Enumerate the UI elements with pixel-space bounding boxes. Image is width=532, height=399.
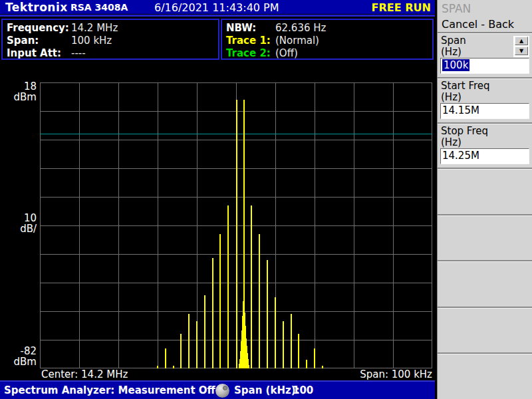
ref-level-value: 18 [0,81,37,92]
spectrum-spike [180,334,182,368]
info-value: 14.2 MHz [71,22,118,35]
knob-icon [215,384,229,398]
empty-softkey-slot [438,308,532,354]
info-value: 62.636 Hz [275,22,326,35]
trace2-label: Trace 2: [226,47,275,60]
span-spinner: ▲ ▼ [513,36,529,57]
trace1-state: (Normal) [275,35,319,47]
spectrum-spike [306,360,307,368]
scale-unit: dB/ [0,223,37,234]
spectrum-display: 18 dBm 10 dB/ -82 dBm Center: 14.2 MHz S… [0,61,435,380]
nbw-row: NBW: 62.636 Hz [222,22,432,35]
side-menu: SPAN Cancel - Back Span (Hz) ▲ ▼ 100k St… [437,0,532,399]
scale-label: 10 dB/ [0,213,37,234]
title-bar: Tektronix RSA 3408A 6/16/2021 11:43:40 P… [0,0,435,14]
spectrum-spike [227,205,229,368]
spectrum-spike [314,348,315,368]
trace2-state: (Off) [275,47,298,60]
empty-softkey-slot [438,261,532,308]
field-label-line: (Hz) [441,137,532,148]
measurement-status-label: Spectrum Analyzer: Measurement Off [4,384,215,396]
spectrum-spike [157,366,158,368]
title-separator [0,15,435,17]
spinner-down-button[interactable]: ▼ [515,47,528,55]
empty-softkey-slot [438,354,532,399]
acquisition-mode-label: FREE RUN [372,1,431,14]
span-row: Span: 100 kHz [3,35,218,47]
spectrum-spike [173,366,174,368]
info-label: NBW: [226,22,275,35]
spectrum-spike [204,295,205,368]
spectrum-spike [196,321,198,368]
trace2-row: Trace 2: (Off) [222,47,432,60]
info-value: ---- [71,47,86,60]
span-input[interactable]: 100k [440,58,529,74]
bottom-level-value: -82 [0,346,37,356]
trace1-row: Trace 1: (Normal) [222,35,432,47]
info-panel-traces: NBW: 62.636 Hz Trace 1: (Normal) Trace 2… [221,19,434,60]
start-freq-input[interactable]: 14.15M [440,103,529,119]
side-menu-title: SPAN [438,0,532,17]
model-label: RSA 3408A [70,2,128,13]
empty-softkey-slot [438,215,532,262]
spectrum-spike [267,260,268,368]
center-freq-label: Center: 14.2 MHz [41,368,128,380]
knob-dimple-icon [223,386,227,390]
spectrum-graticule [40,82,432,368]
spectrum-spike [291,314,292,368]
spectrum-spike [212,258,213,368]
spectrum-spike [243,100,245,368]
spectrum-spike [165,348,166,368]
info-label: Frequency: [7,22,71,35]
spectrum-spike [219,234,221,368]
ref-level-label: 18 dBm [0,81,37,102]
instrument-screen: Tektronix RSA 3408A 6/16/2021 11:43:40 P… [0,0,532,399]
start-freq-field-section: Start Freq (Hz) 14.15M [438,78,532,124]
spectrum-spike [259,234,260,368]
frequency-row: Frequency: 14.2 MHz [3,22,218,35]
trace1-label: Trace 1: [226,35,275,47]
empty-softkey-slots [438,169,532,399]
input-att-row: Input Att: ---- [3,47,218,60]
spectrum-spike [298,334,299,368]
datetime-label: 6/16/2021 11:43:40 PM [154,1,279,14]
status-bar: Spectrum Analyzer: Measurement Off Span … [0,380,435,399]
spectrum-spike [283,321,284,368]
stop-freq-field-section: Stop Freq (Hz) 14.25M [438,124,532,169]
info-label: Input Att: [7,47,71,60]
span-readout-label: Span: 100 kHz [360,368,432,380]
bottom-level-label: -82 dBm [0,346,37,367]
info-panel-frequency: Frequency: 14.2 MHz Span: 100 kHz Input … [1,19,219,60]
field-label-line: Stop Freq [441,126,532,137]
spectrum-spike [322,366,323,368]
bottom-level-unit: dBm [0,356,37,367]
info-value: 100 kHz [71,35,112,47]
spectrum-spike [188,314,190,368]
empty-softkey-slot [438,169,532,215]
span-input-selected-text: 100k [442,59,469,71]
spinner-up-button[interactable]: ▲ [515,37,528,45]
info-label: Span: [7,35,71,47]
spectrum-spike [275,297,276,369]
start-freq-field-label: Start Freq (Hz) [441,80,532,103]
scale-value: 10 [0,213,37,223]
stop-freq-input[interactable]: 14.25M [440,148,529,164]
stop-freq-field-label: Stop Freq (Hz) [441,126,532,148]
spectrum-spike [236,100,237,368]
cancel-back-button[interactable]: Cancel - Back [438,17,532,33]
knob-param-label: Span (kHz): [234,384,300,396]
knob-param-value: 100 [293,384,313,396]
brand-logo: Tektronix [5,1,68,14]
field-label-line: Start Freq [441,80,532,92]
spectrum-spike [251,205,252,368]
span-field-section: Span (Hz) ▲ ▼ 100k [438,33,532,78]
field-label-line: (Hz) [441,92,532,103]
ref-level-unit: dBm [0,92,37,102]
